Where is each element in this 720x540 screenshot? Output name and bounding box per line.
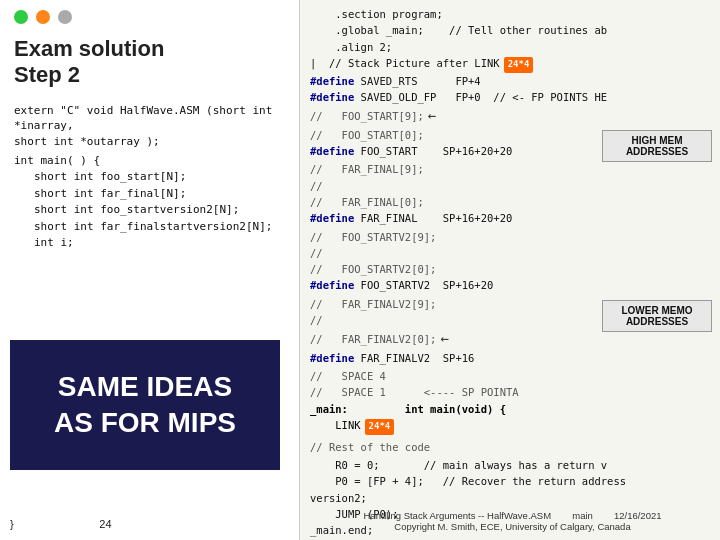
footer-right: Handling Stack Arguments -- HalfWave.ASM… — [305, 510, 720, 532]
slide-title: Exam solution Step 2 — [14, 36, 285, 89]
left-footer: } 24 — [10, 518, 112, 530]
code-line-int: int i; — [14, 235, 285, 252]
comment-foo-start-9: // FOO_START[9]; ← — [310, 105, 710, 127]
closing-brace: } — [10, 518, 14, 530]
footer-text: Handling Stack Arguments -- HalfWave.ASM — [364, 510, 552, 521]
code-line-foo: short int foo_start[N]; — [14, 169, 285, 186]
main-label-line: _main: int main(void) { — [310, 401, 710, 417]
define-saved-old-fp: #define SAVED_OLD_FP FP+0 // <- FP POINT… — [310, 89, 710, 105]
dot-gray — [58, 10, 72, 24]
window-dots — [14, 10, 285, 24]
lower-mem-label1: LOWER MEMO — [609, 305, 705, 316]
code-line-foov2: short int foo_startversion2[N]; — [14, 202, 285, 219]
dot-green — [14, 10, 28, 24]
same-ideas-box: SAME IDEAS AS FOR MIPS — [10, 340, 280, 470]
stack-comment-line: | // Stack Picture after LINK 24*4 — [310, 55, 710, 73]
same-ideas-line2: AS FOR MIPS — [54, 407, 236, 438]
link-badge-main: 24*4 — [365, 419, 395, 435]
same-ideas-text: SAME IDEAS AS FOR MIPS — [54, 369, 236, 442]
main-code-block: int main( ) { short int foo_start[N]; sh… — [14, 153, 285, 252]
page-number: 24 — [99, 518, 111, 530]
left-panel: Exam solution Step 2 extern "C" void Hal… — [0, 0, 300, 540]
extern-declaration: extern "C" void HalfWave.ASM (short int … — [14, 103, 285, 149]
footer-sub: Copyright M. Smith, ECE, University of C… — [394, 521, 630, 532]
high-mem-label2: ADDRESSES — [609, 146, 705, 157]
define-far-finalv2: #define FAR_FINALV2 SP+16 — [310, 350, 710, 366]
link-instruction-line: LINK 24*4 — [310, 417, 710, 435]
comment-far-final-9: // FAR_FINAL[9]; — [310, 161, 710, 177]
right-panel: .section program; .global _main; // Tell… — [300, 0, 720, 540]
comment-space-4: // SPACE 4 — [310, 368, 710, 384]
rest-comment-line: // Rest of the code — [310, 439, 710, 455]
arrow-icon-1: ← — [428, 105, 436, 127]
dot-orange — [36, 10, 50, 24]
high-mem-box: HIGH MEM ADDRESSES — [602, 130, 712, 162]
r0-line: R0 = 0; // main always has a return v — [310, 457, 710, 473]
comment-sep-1: // — [310, 178, 710, 194]
title-line2: Step 2 — [14, 62, 80, 87]
define-far-final: #define FAR_FINAL SP+16+20+20 — [310, 210, 710, 226]
comment-foo-startv2-9: // FOO_STARTV2[9]; — [310, 229, 710, 245]
link-badge-header: 24*4 — [504, 57, 534, 73]
code-line-main: int main( ) { — [14, 153, 285, 170]
comment-foo-startv2-0: // FOO_STARTV2[0]; — [310, 261, 710, 277]
code-line-farv2: short int far_finalstartversion2[N]; — [14, 219, 285, 236]
comment-sep-2: // — [310, 245, 710, 261]
define-foo-startv2: #define FOO_STARTV2 SP+16+20 — [310, 277, 710, 293]
high-mem-label1: HIGH MEM — [609, 135, 705, 146]
extern-line2: short int *outarray ); — [14, 135, 160, 148]
lower-mem-box: LOWER MEMO ADDRESSES — [602, 300, 712, 332]
code-line-far: short int far_final[N]; — [14, 186, 285, 203]
extern-line1: extern "C" void HalfWave.ASM (short int … — [14, 104, 272, 132]
align-line: .align 2; — [310, 39, 710, 55]
define-saved-rts: #define SAVED_RTS FP+4 — [310, 73, 710, 89]
footer-date: 12/16/2021 — [614, 510, 662, 521]
comment-far-final-0: // FAR_FINAL[0]; — [310, 194, 710, 210]
version-line: version2; — [310, 490, 710, 506]
lower-mem-label2: ADDRESSES — [609, 316, 705, 327]
arrow-icon-2: ← — [440, 328, 448, 350]
comment-space-1: // SPACE 1 <---- SP POINTA — [310, 384, 710, 400]
section-line: .section program; — [310, 6, 710, 22]
asm-code-block: .section program; .global _main; // Tell… — [310, 6, 710, 538]
title-line1: Exam solution — [14, 36, 164, 61]
p0-line: P0 = [FP + 4]; // Recover the return add… — [310, 473, 710, 489]
same-ideas-line1: SAME IDEAS — [58, 371, 232, 402]
footer-main-label: main — [572, 510, 593, 521]
global-line: .global _main; // Tell other routines ab — [310, 22, 710, 38]
